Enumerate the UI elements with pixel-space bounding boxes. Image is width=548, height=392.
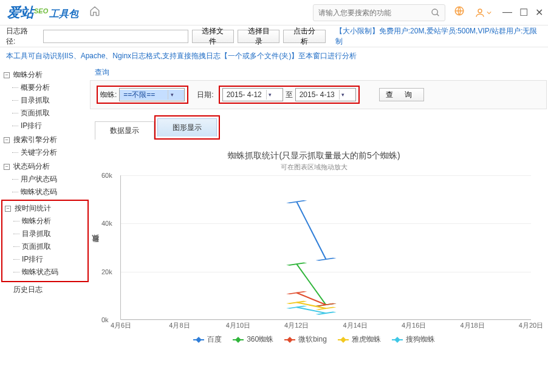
chart-plot[interactable]: 0k20k40k60k4月6日4月8日4月10日4月12日4月14日4月16日4…	[120, 175, 531, 320]
highlight-time-group: −按时间统计 蜘蛛分析 目录抓取 页面抓取 IP排行 蜘蛛状态码	[1, 200, 89, 282]
tree-item[interactable]: 目录抓取	[10, 94, 89, 107]
tree-item[interactable]: 蜘蛛状态码	[11, 266, 87, 279]
analyze-button[interactable]: 点击分析	[283, 30, 325, 43]
svg-point-3	[478, 9, 482, 13]
tab-data[interactable]: 数据显示	[95, 121, 154, 140]
search-input[interactable]	[313, 5, 426, 21]
size-limit-note: 【大小限制】免费用户:20M,爱站学员:500M,VIP/站群用户:无限制	[335, 26, 542, 47]
legend-item[interactable]: 搜狗蜘蛛	[392, 334, 435, 345]
date-label: 日期:	[197, 90, 213, 100]
logo-sub: 工具包	[49, 8, 78, 21]
tree-item[interactable]: 目录抓取	[11, 228, 87, 240]
logo-seo: SEO	[34, 7, 48, 15]
tab-chart[interactable]: 图形显示	[157, 118, 217, 137]
minimize-button[interactable]: —	[502, 7, 512, 18]
svg-rect-11	[286, 291, 307, 294]
log-path-input[interactable]	[43, 30, 188, 43]
highlight-date-filter: 2015- 4-12 ▾ 至 2015- 4-13 ▾	[219, 86, 360, 104]
home-icon[interactable]	[89, 5, 100, 19]
legend-item[interactable]: 百度	[193, 334, 222, 345]
chart-legend: 百度360蜘蛛微软bing雅虎蜘蛛搜狗蜘蛛	[193, 334, 435, 345]
svg-rect-12	[315, 303, 336, 306]
tree-item[interactable]: 蜘蛛状态码	[10, 186, 89, 198]
choose-dir-button[interactable]: 选择目录	[238, 30, 279, 43]
highlight-spider-filter: 蜘蛛: ==不限== ▾	[97, 86, 188, 104]
chevron-down-icon: ▾	[339, 90, 354, 100]
titlebar: 爱站 SEO 工具包 — ☐ ✕	[0, 0, 548, 25]
chart-subtitle: 可在图表区域拖动放大	[281, 163, 348, 172]
tree-group-status[interactable]: −状态码分析	[1, 160, 89, 173]
chart-container: 蜘蛛抓取统计(只显示抓取量最大的前5个蜘蛛) 可在图表区域拖动放大 抓取量 0k…	[90, 140, 547, 391]
sidebar: −蜘蛛分析 概要分析 目录抓取 页面抓取 IP排行 −搜索引擎分析 关键字分析 …	[0, 66, 90, 392]
user-menu[interactable]	[473, 7, 491, 18]
tree-group-spider[interactable]: −蜘蛛分析	[1, 69, 89, 81]
tree-item[interactable]: 蜘蛛分析	[11, 215, 87, 228]
logo: 爱站 SEO 工具包	[7, 4, 78, 22]
chart-title: 蜘蛛抓取统计(只显示抓取量最大的前5个蜘蛛)	[228, 150, 400, 161]
window-controls: — ☐ ✕	[502, 7, 543, 18]
chevron-down-icon: ▾	[168, 90, 183, 100]
tabs: 数据显示 图形显示	[95, 115, 547, 140]
query-link[interactable]: 查询	[95, 67, 547, 78]
svg-line-1	[437, 14, 439, 16]
maximize-button[interactable]: ☐	[519, 7, 528, 18]
svg-point-0	[432, 9, 437, 15]
filter-bar: 蜘蛛: ==不限== ▾ 日期: 2015- 4-12 ▾ 至 2015- 4-…	[90, 80, 547, 109]
highlight-chart-tab: 图形显示	[154, 115, 220, 140]
tree-group-time[interactable]: −按时间统计	[2, 202, 87, 215]
tree-group-search[interactable]: −搜索引擎分析	[1, 133, 89, 146]
tree-item[interactable]: 关键字分析	[10, 146, 89, 159]
to-label: 至	[286, 90, 293, 100]
search-icon[interactable]	[426, 5, 445, 21]
query-button[interactable]: 查 询	[379, 88, 424, 101]
choose-file-button[interactable]: 选择文件	[192, 30, 234, 43]
legend-item[interactable]: 雅虎蜘蛛	[338, 334, 381, 345]
tree-item[interactable]: 页面抓取	[11, 240, 87, 253]
tree-item[interactable]: 页面抓取	[10, 107, 89, 120]
tree-item[interactable]: 概要分析	[10, 81, 89, 94]
date-from-select[interactable]: 2015- 4-12 ▾	[222, 88, 283, 101]
svg-rect-8	[286, 263, 307, 266]
y-axis-label: 抓取量	[90, 175, 101, 320]
close-button[interactable]: ✕	[535, 7, 543, 18]
tree-item[interactable]: 用户状态码	[10, 173, 89, 186]
legend-item[interactable]: 微软bing	[284, 334, 327, 345]
svg-line-4	[296, 201, 326, 259]
tree-item[interactable]: IP排行	[10, 120, 89, 132]
tips-text: 本工具可自动识别IIS、Apache、Nginx日志格式,支持直接拖拽日志【一个…	[0, 47, 548, 66]
logo-main: 爱站	[7, 4, 34, 22]
tree-item[interactable]: IP排行	[11, 253, 87, 266]
toolbar: 日志路径: 选择文件 选择目录 点击分析 【大小限制】免费用户:20M,爱站学员…	[0, 25, 548, 47]
tree-group-history[interactable]: −历史日志	[1, 283, 89, 296]
main-panel: 查询 蜘蛛: ==不限== ▾ 日期: 2015- 4-12 ▾ 至 2015-…	[90, 66, 548, 392]
date-to-select[interactable]: 2015- 4-13 ▾	[295, 88, 356, 101]
spider-select[interactable]: ==不限== ▾	[119, 88, 185, 101]
legend-item[interactable]: 360蜘蛛	[233, 334, 273, 345]
globe-icon[interactable]	[454, 5, 465, 19]
path-label: 日志路径:	[6, 26, 37, 47]
spider-label: 蜘蛛:	[100, 90, 117, 100]
search-box	[313, 4, 445, 21]
chevron-down-icon: ▾	[266, 90, 281, 100]
